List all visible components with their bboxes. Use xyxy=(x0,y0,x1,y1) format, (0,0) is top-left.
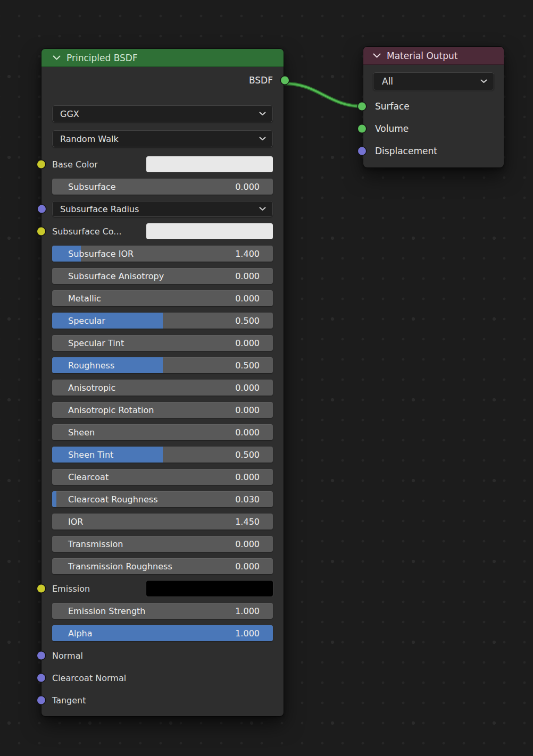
emission-color-swatch[interactable] xyxy=(146,581,273,597)
principled-bsdf-node[interactable]: Principled BSDF BSDF GGXRandom WalkBase … xyxy=(41,49,284,716)
slider-subsurface-ior[interactable]: Subsurface IOR1.400 xyxy=(52,246,273,262)
volume-input-socket[interactable] xyxy=(358,125,366,133)
output-target-dropdown[interactable]: All xyxy=(373,72,494,90)
slider-value: 1.000 xyxy=(235,606,260,616)
slider-label: Roughness xyxy=(68,360,114,371)
collapse-arrow-icon[interactable] xyxy=(373,53,381,58)
slider-value: 1.000 xyxy=(235,628,260,639)
slider-metallic[interactable]: Metallic0.000 xyxy=(52,290,273,306)
socket-label: Clearcoat Normal xyxy=(52,673,126,683)
slider-anisotropic[interactable]: Anisotropic0.000 xyxy=(52,380,273,396)
input-tangent: Tangent xyxy=(52,692,273,708)
slider-label: Subsurface IOR xyxy=(68,249,134,259)
displacement-input-socket[interactable] xyxy=(358,147,366,155)
slider-subsurface-anisotropy[interactable]: Subsurface Anisotropy0.000 xyxy=(52,268,273,284)
slider-value: 0.500 xyxy=(235,450,260,460)
slider-fill xyxy=(52,491,56,507)
slider-value: 0.000 xyxy=(235,561,260,572)
surface-input-socket[interactable] xyxy=(358,103,366,111)
material-output-node[interactable]: Material Output All Surface Volume Displ… xyxy=(363,47,504,167)
slider-label: Anisotropic Rotation xyxy=(68,405,154,415)
dropdown-value: Subsurface Radius xyxy=(60,204,139,214)
slider-label: Subsurface xyxy=(68,182,116,192)
input-row-volume: Volume xyxy=(375,121,494,137)
socket-label: Base Color xyxy=(52,159,98,170)
dropdown-value: Random Walk xyxy=(60,134,119,144)
clearcoat-normal-input-socket[interactable] xyxy=(37,674,45,682)
slider-label: Transmission Roughness xyxy=(68,561,172,572)
input-label: Surface xyxy=(375,101,410,112)
slider-value: 0.500 xyxy=(235,316,260,326)
base-color-input-socket[interactable] xyxy=(37,161,45,169)
slider-emission-strength[interactable]: Emission Strength1.000 xyxy=(52,603,273,619)
material-output-header[interactable]: Material Output xyxy=(363,47,504,65)
chevron-down-icon xyxy=(259,137,266,141)
slider-value: 1.400 xyxy=(235,249,260,259)
slider-label: Alpha xyxy=(68,628,93,639)
color-base-color[interactable]: Base Color xyxy=(52,156,273,172)
slider-value: 0.000 xyxy=(235,271,260,281)
chevron-down-icon xyxy=(259,207,266,211)
tangent-input-socket[interactable] xyxy=(37,696,45,704)
collapse-arrow-icon[interactable] xyxy=(53,55,61,60)
slider-transmission-roughness[interactable]: Transmission Roughness0.000 xyxy=(52,558,273,574)
bsdf-output-row: BSDF xyxy=(52,71,273,89)
slider-value: 0.000 xyxy=(235,405,260,415)
dropdown-ggx[interactable]: GGX xyxy=(52,105,273,122)
slider-alpha[interactable]: Alpha1.000 xyxy=(52,625,273,641)
node-link[interactable] xyxy=(285,83,362,106)
input-label: Volume xyxy=(375,123,409,134)
color-subsurface-co[interactable]: Subsurface Co... xyxy=(52,223,273,239)
input-label: Displacement xyxy=(375,146,437,156)
slider-value: 0.030 xyxy=(235,494,260,505)
slider-transmission[interactable]: Transmission0.000 xyxy=(52,536,273,552)
socket-label: Subsurface Co... xyxy=(52,226,122,237)
slider-value: 0.000 xyxy=(235,427,260,438)
base-color-color-swatch[interactable] xyxy=(146,156,273,172)
slider-label: Anisotropic xyxy=(68,383,115,393)
slider-anisotropic-rotation[interactable]: Anisotropic Rotation0.000 xyxy=(52,402,273,418)
normal-input-socket[interactable] xyxy=(37,652,45,660)
slider-ior[interactable]: IOR1.450 xyxy=(52,514,273,530)
socket-label: Emission xyxy=(52,584,90,594)
slider-label: IOR xyxy=(68,517,83,527)
node-title: Principled BSDF xyxy=(66,53,138,63)
slider-label: Specular xyxy=(68,316,105,326)
slider-value: 1.450 xyxy=(235,517,260,527)
principled-bsdf-header[interactable]: Principled BSDF xyxy=(41,49,284,67)
emission-input-socket[interactable] xyxy=(37,585,45,593)
slider-label: Clearcoat Roughness xyxy=(68,494,158,505)
slider-label: Transmission xyxy=(68,539,123,549)
slider-label: Subsurface Anisotropy xyxy=(68,271,164,281)
node-title: Material Output xyxy=(387,51,458,61)
color-emission[interactable]: Emission xyxy=(52,581,273,597)
slider-roughness[interactable]: Roughness0.500 xyxy=(52,357,273,373)
slider-specular[interactable]: Specular0.500 xyxy=(52,313,273,329)
slider-label: Emission Strength xyxy=(68,606,145,616)
input-clearcoat-normal: Clearcoat Normal xyxy=(52,670,273,686)
dropdown-subsurface-radius[interactable]: Subsurface Radius xyxy=(52,201,273,217)
slider-value: 0.000 xyxy=(235,539,260,549)
slider-sheen[interactable]: Sheen0.000 xyxy=(52,424,273,440)
slider-sheen-tint[interactable]: Sheen Tint0.500 xyxy=(52,447,273,463)
slider-value: 0.000 xyxy=(235,472,260,482)
dropdown-random-walk[interactable]: Random Walk xyxy=(52,130,273,147)
slider-label: Specular Tint xyxy=(68,338,124,348)
slider-label: Clearcoat xyxy=(68,472,109,482)
slider-clearcoat[interactable]: Clearcoat0.000 xyxy=(52,469,273,485)
node-editor-canvas[interactable]: Principled BSDF BSDF GGXRandom WalkBase … xyxy=(0,0,533,756)
slider-specular-tint[interactable]: Specular Tint0.000 xyxy=(52,335,273,351)
slider-clearcoat-roughness[interactable]: Clearcoat Roughness0.030 xyxy=(52,491,273,507)
input-row-surface: Surface xyxy=(375,98,494,114)
subsurface-radius-input-socket[interactable] xyxy=(38,205,46,213)
dropdown-value: All xyxy=(382,76,393,87)
slider-subsurface[interactable]: Subsurface0.000 xyxy=(52,179,273,195)
chevron-down-icon xyxy=(259,112,266,116)
subsurface-co-color-swatch[interactable] xyxy=(146,223,273,239)
subsurface-co-input-socket[interactable] xyxy=(37,228,45,236)
bsdf-output-socket[interactable] xyxy=(281,77,289,85)
input-row-displacement: Displacement xyxy=(375,143,494,159)
input-normal: Normal xyxy=(52,648,273,663)
slider-value: 0.000 xyxy=(235,383,260,393)
slider-label: Sheen Tint xyxy=(68,450,113,460)
